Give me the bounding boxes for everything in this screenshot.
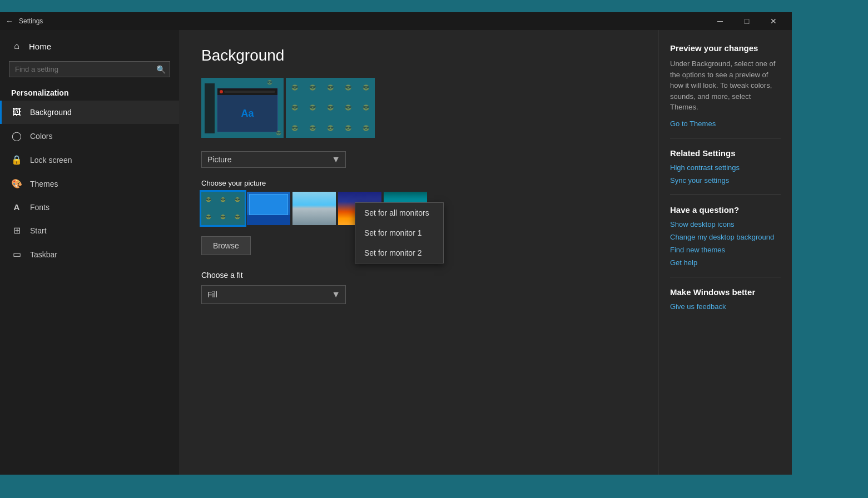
sidebar-item-label: Lock screen <box>30 156 72 165</box>
lock-icon: 🔒 <box>11 155 22 165</box>
change-bg-link[interactable]: Change my desktop background <box>670 233 781 241</box>
sidebar-item-home[interactable]: ⌂ Home <box>0 36 179 57</box>
sidebar-item-fonts[interactable]: A Fonts <box>0 196 179 218</box>
taskbar-icon: ▭ <box>11 249 22 260</box>
thumbnail-item[interactable] <box>292 192 336 225</box>
sidebar-item-themes[interactable]: 🎨 Themes <box>0 172 179 196</box>
content-area: ⌂ Home 🔍 Personalization 🖼 Background ◯ … <box>0 30 792 475</box>
choose-fit-label: Choose a fit <box>201 271 636 280</box>
show-desktop-icons-link[interactable]: Show desktop icons <box>670 220 781 228</box>
sync-settings-link[interactable]: Sync your settings <box>670 176 781 185</box>
background-type-dropdown[interactable]: Picture Solid color Slideshow <box>201 151 346 168</box>
fonts-icon: A <box>11 202 22 212</box>
sidebar-item-taskbar[interactable]: ▭ Taskbar <box>0 242 179 266</box>
go-to-themes-link[interactable]: Go to Themes <box>670 119 781 128</box>
home-label: Home <box>29 42 51 51</box>
back-button[interactable]: ← <box>6 17 13 26</box>
make-windows-better-title: Make Windows better <box>670 287 781 297</box>
minimize-button[interactable]: ─ <box>707 12 733 30</box>
give-feedback-link[interactable]: Give us feedback <box>670 302 781 311</box>
sidebar-item-background[interactable]: 🖼 Background <box>0 101 179 124</box>
sidebar-item-start[interactable]: ⊞ Start <box>0 218 179 242</box>
context-menu-item-set-monitor-2[interactable]: Set for monitor 2 <box>355 243 443 263</box>
preview-tile-thumb: 😎 😎 😎 😎 😎 😎 😎 😎 😎 😎 😎 😎 😎 😎 😎 <box>286 78 375 138</box>
sidebar-section-title: Personalization <box>0 82 179 101</box>
preview-changes-title: Preview your changes <box>670 43 781 53</box>
context-menu: Set for all monitors Set for monitor 1 S… <box>355 202 444 263</box>
related-settings-title: Related Settings <box>670 148 781 158</box>
context-menu-item-set-monitor-1[interactable]: Set for monitor 1 <box>355 223 443 243</box>
settings-window: ← Settings ─ □ ✕ ⌂ Home 🔍 Personalizatio… <box>0 12 792 475</box>
high-contrast-link[interactable]: High contrast settings <box>670 163 781 172</box>
fit-dropdown-wrapper: Fill Fit Stretch Tile Center Span ▼ <box>201 285 346 304</box>
close-button[interactable]: ✕ <box>761 12 786 30</box>
picture-label: Choose your picture <box>201 179 636 187</box>
have-question-title: Have a question? <box>670 205 781 215</box>
background-type-row: Picture Solid color Slideshow ▼ <box>201 151 636 168</box>
background-icon: 🖼 <box>11 107 22 117</box>
search-input[interactable] <box>9 61 170 77</box>
find-themes-link[interactable]: Find new themes <box>670 246 781 254</box>
window-title: Settings <box>19 17 707 25</box>
preview-area: Aa 😎 😎 😎 😎 😎 😎 😎 😎 😎 😎 😎 <box>201 78 636 138</box>
divider-2 <box>670 195 781 195</box>
sidebar-item-lock-screen[interactable]: 🔒 Lock screen <box>0 148 179 172</box>
get-help-link[interactable]: Get help <box>670 258 781 267</box>
divider-3 <box>670 277 781 277</box>
sidebar-item-label: Themes <box>30 180 58 188</box>
right-panel: Preview your changes Under Background, s… <box>658 30 792 475</box>
divider-1 <box>670 138 781 138</box>
themes-icon: 🎨 <box>11 178 22 189</box>
sidebar-item-label: Colors <box>30 132 52 141</box>
background-dropdown-wrapper: Picture Solid color Slideshow ▼ <box>201 151 346 168</box>
thumbnail-item[interactable]: 😎 😎 😎 😎 😎 😎 <box>201 192 245 225</box>
main-content: Background Aa 😎 😎 <box>179 30 658 475</box>
sidebar-item-label: Taskbar <box>30 250 57 259</box>
colors-icon: ◯ <box>11 131 22 141</box>
sidebar-item-colors[interactable]: ◯ Colors <box>0 124 179 148</box>
sidebar: ⌂ Home 🔍 Personalization 🖼 Background ◯ … <box>0 30 179 475</box>
preview-main-thumb: Aa 😎 😎 <box>201 78 284 138</box>
context-menu-item-set-all[interactable]: Set for all monitors <box>355 203 443 223</box>
home-icon: ⌂ <box>11 41 22 51</box>
fit-dropdown[interactable]: Fill Fit Stretch Tile Center Span <box>201 285 346 304</box>
thumbnail-item[interactable] <box>247 192 290 225</box>
sidebar-item-label: Start <box>30 226 47 235</box>
window-controls: ─ □ ✕ <box>707 12 786 30</box>
sidebar-item-label: Fonts <box>30 203 49 212</box>
search-container: 🔍 <box>9 61 170 77</box>
maximize-button[interactable]: □ <box>734 12 760 30</box>
title-bar: ← Settings ─ □ ✕ <box>0 12 792 30</box>
preview-description: Under Background, select one of the opti… <box>670 58 781 113</box>
browse-button[interactable]: Browse <box>201 236 251 255</box>
start-icon: ⊞ <box>11 225 22 236</box>
page-title: Background <box>201 47 636 64</box>
search-icon: 🔍 <box>156 65 166 74</box>
sidebar-item-label: Background <box>30 108 72 117</box>
